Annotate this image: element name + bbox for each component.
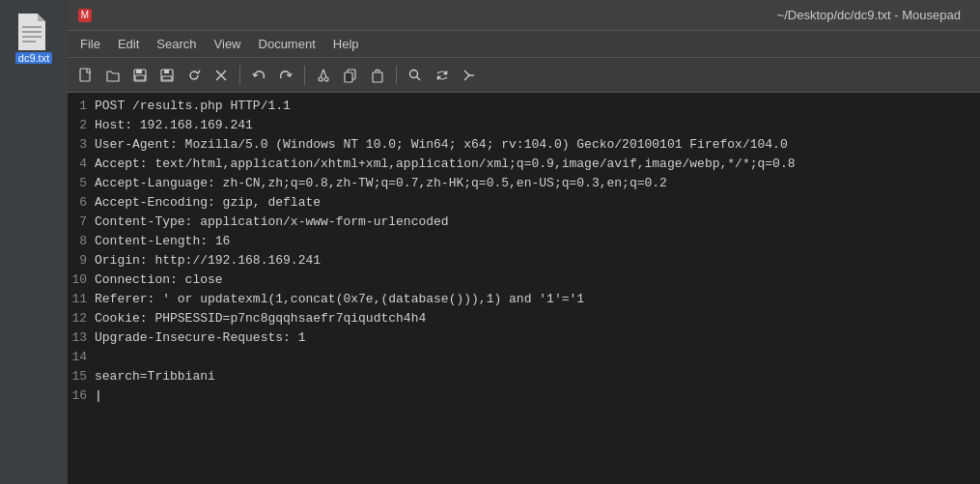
line-content: Upgrade-Insecure-Requests: 1 bbox=[95, 328, 980, 348]
save-button[interactable] bbox=[154, 63, 180, 88]
toolbar-sep-1 bbox=[239, 66, 240, 85]
line-content: POST /results.php HTTP/1.1 bbox=[95, 97, 980, 116]
svg-line-19 bbox=[321, 70, 323, 77]
line-number: 4 bbox=[68, 155, 95, 174]
cut-button[interactable] bbox=[311, 63, 336, 88]
menu-file[interactable]: File bbox=[72, 34, 108, 54]
line-content: Host: 192.168.169.241 bbox=[95, 116, 980, 135]
new-button[interactable] bbox=[73, 63, 98, 88]
code-line-8: 8Content-Length: 16 bbox=[68, 232, 980, 251]
svg-rect-23 bbox=[373, 72, 382, 82]
line-number: 10 bbox=[68, 270, 95, 290]
copy-button[interactable] bbox=[338, 63, 363, 88]
line-number: 14 bbox=[68, 348, 95, 367]
title-bar: M ~/Desktop/dc/dc9.txt - Mousepad bbox=[68, 0, 980, 31]
code-line-3: 3User-Agent: Mozilla/5.0 (Windows NT 10.… bbox=[68, 135, 980, 155]
menu-edit[interactable]: Edit bbox=[110, 34, 147, 54]
line-number: 7 bbox=[68, 213, 95, 232]
line-number: 6 bbox=[68, 193, 95, 213]
menu-search[interactable]: Search bbox=[149, 34, 204, 54]
replace-button[interactable] bbox=[430, 63, 455, 88]
line-content: Accept-Encoding: gzip, deflate bbox=[95, 193, 980, 213]
line-number: 9 bbox=[68, 251, 95, 270]
line-content: Referer: ' or updatexml(1,concat(0x7e,(d… bbox=[95, 290, 980, 309]
code-line-6: 6Accept-Encoding: gzip, deflate bbox=[68, 193, 980, 213]
line-number: 2 bbox=[68, 116, 95, 135]
desktop-icon-label: dc9.txt bbox=[15, 52, 52, 64]
paste-button[interactable] bbox=[365, 63, 390, 88]
line-content: Connection: close bbox=[95, 270, 980, 290]
svg-rect-13 bbox=[164, 70, 169, 73]
line-number: 5 bbox=[68, 174, 95, 193]
jump-button[interactable] bbox=[457, 63, 482, 88]
line-number: 13 bbox=[68, 328, 95, 348]
line-number: 12 bbox=[68, 309, 95, 328]
svg-marker-1 bbox=[38, 14, 45, 21]
line-content: Content-Length: 16 bbox=[95, 232, 980, 251]
svg-point-17 bbox=[319, 77, 322, 81]
toolbar-sep-2 bbox=[304, 66, 305, 85]
line-content: Content-Type: application/x-www-form-url… bbox=[95, 213, 980, 232]
code-line-9: 9Origin: http://192.168.169.241 bbox=[68, 251, 980, 270]
line-number: 1 bbox=[68, 97, 95, 116]
svg-point-24 bbox=[410, 70, 418, 77]
title-bar-text: ~/Desktop/dc/dc9.txt - Mousepad bbox=[100, 8, 970, 22]
code-line-12: 12Cookie: PHPSESSID=p7nc8gqqhsaefr7qiqud… bbox=[68, 309, 980, 328]
code-line-16: 16 bbox=[68, 386, 980, 406]
svg-rect-10 bbox=[136, 70, 142, 73]
reload-button[interactable] bbox=[182, 63, 207, 88]
line-number: 8 bbox=[68, 232, 95, 251]
titlebar-icon: M bbox=[77, 8, 93, 23]
line-content: Accept-Language: zh-CN,zh;q=0.8,zh-TW;q=… bbox=[95, 174, 980, 193]
line-content: User-Agent: Mozilla/5.0 (Windows NT 10.0… bbox=[95, 135, 980, 155]
menu-document[interactable]: Document bbox=[251, 34, 323, 54]
desktop-sidebar: dc9.txt bbox=[0, 0, 68, 484]
line-content bbox=[95, 386, 980, 406]
menu-view[interactable]: View bbox=[207, 34, 249, 54]
svg-line-25 bbox=[417, 76, 421, 80]
redo-button[interactable] bbox=[273, 63, 298, 88]
svg-rect-22 bbox=[345, 72, 352, 82]
mousepad-window: M ~/Desktop/dc/dc9.txt - Mousepad File E… bbox=[68, 0, 980, 484]
line-content: Origin: http://192.168.169.241 bbox=[95, 251, 980, 270]
line-number: 16 bbox=[68, 386, 95, 406]
code-line-5: 5Accept-Language: zh-CN,zh;q=0.8,zh-TW;q… bbox=[68, 174, 980, 193]
line-number: 15 bbox=[68, 367, 95, 386]
code-line-13: 13Upgrade-Insecure-Requests: 1 bbox=[68, 328, 980, 348]
svg-text:M: M bbox=[81, 10, 89, 20]
line-content: search=Tribbiani bbox=[95, 367, 980, 386]
menu-bar: File Edit Search View Document Help bbox=[68, 31, 980, 58]
svg-rect-8 bbox=[80, 69, 90, 81]
desktop-file-icon[interactable]: dc9.txt bbox=[12, 10, 56, 68]
code-line-1: 1POST /results.php HTTP/1.1 bbox=[68, 97, 980, 116]
toolbar bbox=[68, 58, 980, 93]
code-line-14: 14 bbox=[68, 348, 980, 367]
code-line-4: 4Accept: text/html,application/xhtml+xml… bbox=[68, 155, 980, 174]
open-button[interactable] bbox=[100, 63, 126, 88]
toolbar-sep-3 bbox=[396, 66, 397, 85]
file-icon-image bbox=[18, 14, 49, 50]
save-copy-button[interactable] bbox=[127, 63, 153, 88]
code-line-7: 7Content-Type: application/x-www-form-ur… bbox=[68, 213, 980, 232]
line-content: Cookie: PHPSESSID=p7nc8gqqhsaefr7qiqudtc… bbox=[95, 309, 980, 328]
line-number: 3 bbox=[68, 135, 95, 155]
svg-line-20 bbox=[323, 70, 326, 77]
svg-rect-14 bbox=[162, 76, 172, 80]
content-area[interactable]: 1POST /results.php HTTP/1.12Host: 192.16… bbox=[68, 93, 980, 484]
close-file-button[interactable] bbox=[209, 63, 234, 88]
code-container: 1POST /results.php HTTP/1.12Host: 192.16… bbox=[68, 93, 980, 484]
svg-point-18 bbox=[324, 77, 328, 81]
find-button[interactable] bbox=[403, 63, 428, 88]
code-line-15: 15search=Tribbiani bbox=[68, 367, 980, 386]
line-number: 11 bbox=[68, 290, 95, 309]
undo-button[interactable] bbox=[246, 63, 271, 88]
code-line-2: 2Host: 192.168.169.241 bbox=[68, 116, 980, 135]
line-content: Accept: text/html,application/xhtml+xml,… bbox=[95, 155, 980, 174]
code-line-10: 10Connection: close bbox=[68, 270, 980, 290]
menu-help[interactable]: Help bbox=[325, 34, 367, 54]
svg-rect-11 bbox=[135, 75, 145, 80]
code-line-11: 11Referer: ' or updatexml(1,concat(0x7e,… bbox=[68, 290, 980, 309]
